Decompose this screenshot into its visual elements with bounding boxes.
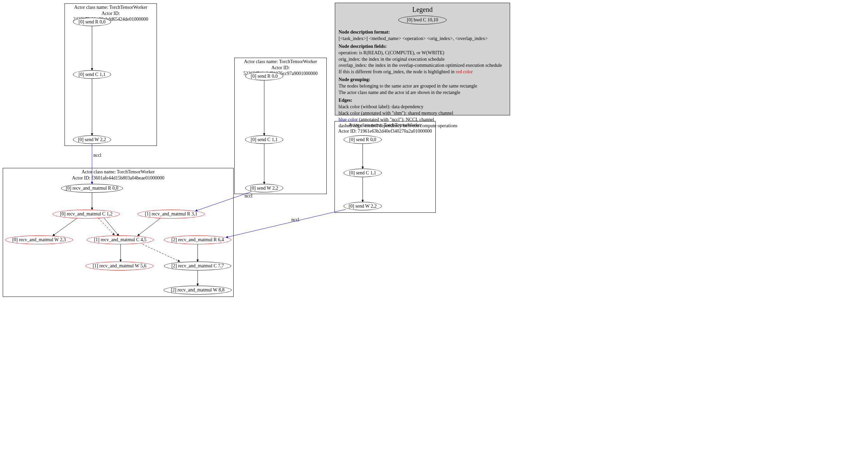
legend-heading: Node description format: bbox=[339, 29, 506, 36]
graph-node: [1] recv_and_matmul R 3,1 bbox=[138, 210, 205, 218]
actor-title: Actor class name: TorchTensorWorker Acto… bbox=[3, 169, 233, 181]
graph-node: [0] send W 2,2 bbox=[344, 202, 382, 210]
graph-node: [0] send C 1,1 bbox=[344, 169, 382, 177]
actor-id-label: Actor ID: bbox=[271, 65, 290, 70]
legend-box: Legend [0] bwd C 10,10 Node description … bbox=[335, 3, 510, 115]
actor-id-label: Actor ID: bbox=[72, 175, 92, 180]
actor-id-label: Actor ID: bbox=[102, 11, 120, 16]
actor-box-a3: Actor class name: TorchTensorWorker Acto… bbox=[334, 121, 436, 213]
legend-line: operation: is R(READ), C(COMPUTE), or W(… bbox=[339, 50, 506, 56]
edge-label-nccl: nccl bbox=[291, 217, 299, 223]
graph-node: [0] recv_and_matmul W 2,3 bbox=[5, 235, 73, 244]
actor-class-label: Actor class name: bbox=[74, 5, 109, 10]
legend-line: The nodes belonging to the same actor ar… bbox=[339, 83, 506, 90]
graph-node: [0] send W 2,2 bbox=[245, 184, 283, 192]
actor-id-value: f3601afe44d15b803a04beae01000000 bbox=[91, 175, 164, 180]
legend-heading: Node description fields: bbox=[339, 43, 506, 50]
legend-example-node: [0] bwd C 10,10 bbox=[398, 16, 447, 24]
graph-node: [0] send C 1,1 bbox=[73, 70, 111, 79]
graph-node: [2] recv_and_matmul R 6,4 bbox=[164, 235, 231, 244]
graph-node: [0] send C 1,1 bbox=[245, 135, 283, 144]
legend-line: The actor class name and the actor id ar… bbox=[339, 90, 506, 96]
edge-label-nccl: nccl bbox=[93, 153, 101, 158]
edge-label-nccl: nccl bbox=[245, 193, 252, 199]
legend-line: If this is different from orig_index, th… bbox=[339, 69, 506, 75]
legend-line: dashed edge: control dependency between … bbox=[339, 123, 506, 129]
graph-node: [0] send R 0,0 bbox=[344, 135, 382, 144]
actor-class-value: TorchTensorWorker bbox=[117, 169, 155, 174]
graph-node: [0] send R 0,0 bbox=[245, 72, 283, 80]
legend-heading: Edges: bbox=[339, 97, 506, 104]
graph-node: [0] send R 0,0 bbox=[73, 18, 111, 26]
graph-node: [2] recv_and_matmul C 7,7 bbox=[164, 262, 231, 270]
legend-line: [<task_index>] <method_name> <operation>… bbox=[339, 36, 506, 42]
actor-class-label: Actor class name: bbox=[244, 59, 279, 64]
legend-heading: Node grouping: bbox=[339, 77, 506, 83]
legend-title: Legend bbox=[339, 5, 506, 14]
actor-class-value: TorchTensorWorker bbox=[279, 59, 317, 64]
legend-line: blue color (annotated with "nccl"): NCCL… bbox=[339, 117, 506, 123]
legend-line: overlap_index: the index in the overlap-… bbox=[339, 62, 506, 69]
svg-line-8 bbox=[226, 209, 346, 238]
diagram-canvas: nccl nccl nccl Actor class name: TorchTe… bbox=[0, 0, 513, 302]
graph-node: [1] recv_and_matmul W 5,6 bbox=[86, 262, 153, 270]
graph-node: [0] recv_and_matmul R 0,0 bbox=[61, 184, 123, 193]
graph-node: [2] recv_and_matmul W 8,8 bbox=[164, 286, 232, 294]
graph-node: [0] recv_and_matmul C 1,2 bbox=[53, 210, 120, 218]
actor-class-label: Actor class name: bbox=[82, 169, 117, 174]
actor-class-value: TorchTensorWorker bbox=[109, 5, 147, 10]
legend-line: black color (without label): data depend… bbox=[339, 104, 506, 110]
legend-line: orig_index: the index in the original ex… bbox=[339, 56, 506, 63]
graph-node: [1] recv_and_matmul C 4,5 bbox=[87, 235, 154, 244]
graph-node: [0] send W 2,2 bbox=[73, 135, 111, 144]
legend-line: black color (annotated with "shm"): shar… bbox=[339, 110, 506, 117]
